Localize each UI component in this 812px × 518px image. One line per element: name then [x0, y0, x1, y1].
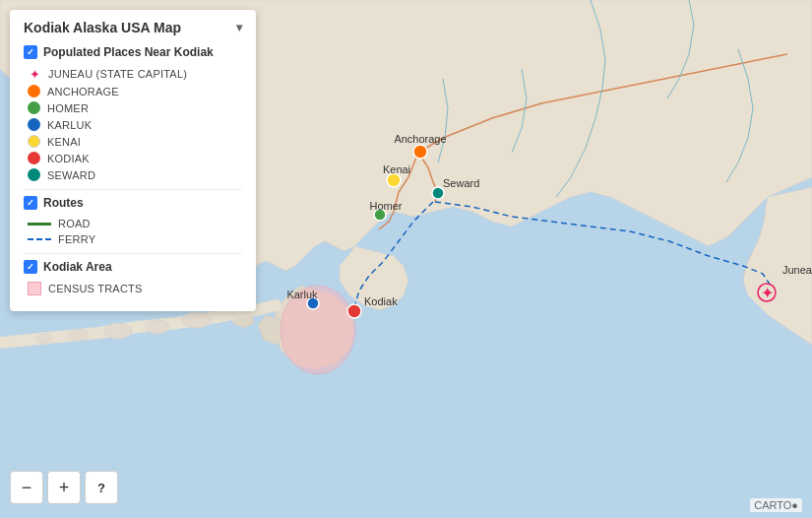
svg-text:Seward: Seward — [443, 177, 479, 189]
road-line-icon — [28, 223, 51, 226]
populated-places-checkbox[interactable] — [24, 45, 37, 59]
legend-title[interactable]: Kodiak Alaska USA Map ▾ — [24, 20, 242, 35]
svg-text:Kenai: Kenai — [383, 163, 410, 175]
juneau-label: JUNEAU (STATE CAPITAL) — [48, 68, 187, 80]
zoom-controls: − + ? — [10, 471, 118, 504]
svg-point-1 — [182, 312, 212, 328]
census-label: CENSUS TRACTS — [48, 283, 143, 294]
list-item: KENAI — [24, 133, 242, 150]
svg-point-12 — [347, 304, 361, 318]
svg-text:Kodiak: Kodiak — [364, 295, 398, 307]
kenai-label: KENAI — [47, 136, 81, 148]
kodiak-area-label: Kodiak Area — [43, 260, 112, 274]
kodiak-area-section-header[interactable]: Kodiak Area — [24, 260, 242, 274]
list-item: ✦ JUNEAU (STATE CAPITAL) — [24, 65, 242, 83]
attribution-text: CARTO● — [754, 499, 798, 511]
karluk-dot-icon — [28, 118, 40, 131]
ferry-line-icon — [28, 238, 51, 240]
list-item: KODIAK — [24, 150, 242, 166]
list-item: ANCHORAGE — [24, 83, 242, 99]
svg-point-5 — [36, 334, 52, 344]
list-item: SEWARD — [24, 166, 242, 183]
kodiak-dot-icon — [28, 152, 40, 164]
anchorage-label: ANCHORAGE — [47, 86, 119, 97]
svg-text:Karluk: Karluk — [286, 289, 318, 300]
homer-label: HOMER — [47, 102, 89, 114]
zoom-in-button[interactable]: + — [47, 471, 81, 504]
populated-places-section-header[interactable]: Populated Places Near Kodiak — [24, 45, 242, 59]
legend-panel: Kodiak Alaska USA Map ▾ Populated Places… — [10, 10, 256, 311]
svg-text:Anchorage: Anchorage — [394, 133, 446, 145]
populated-places-label: Populated Places Near Kodiak — [43, 45, 214, 59]
map-attribution: CARTO● — [750, 498, 802, 512]
kodiak-label: KODIAK — [47, 153, 90, 164]
homer-dot-icon — [28, 101, 40, 114]
svg-text:✦: ✦ — [761, 285, 774, 301]
svg-point-3 — [104, 323, 132, 339]
list-item: HOMER — [24, 99, 242, 116]
routes-label: Routes — [43, 196, 84, 210]
seward-dot-icon — [28, 168, 40, 181]
kodiak-area-checkbox[interactable] — [24, 260, 37, 274]
zoom-out-button[interactable]: − — [10, 471, 43, 504]
list-item: KARLUK — [24, 116, 242, 133]
karluk-label: KARLUK — [47, 119, 92, 131]
kenai-dot-icon — [28, 135, 40, 148]
svg-text:Juneau: Juneau — [782, 264, 812, 276]
road-route-item: ROAD — [24, 216, 242, 231]
road-label: ROAD — [58, 218, 91, 229]
juneau-star-icon: ✦ — [28, 67, 41, 81]
routes-section-header[interactable]: Routes — [24, 196, 242, 210]
census-tracts-item: CENSUS TRACTS — [24, 280, 242, 297]
routes-checkbox[interactable] — [24, 196, 37, 210]
zoom-help-button[interactable]: ? — [85, 471, 118, 504]
svg-point-8 — [387, 173, 401, 187]
ferry-label: FERRY — [58, 233, 95, 245]
svg-point-7 — [413, 145, 427, 159]
ferry-route-item: FERRY — [24, 231, 242, 247]
svg-point-2 — [146, 320, 169, 334]
svg-point-4 — [69, 329, 89, 341]
legend-title-text: Kodiak Alaska USA Map — [24, 20, 181, 35]
census-swatch-icon — [28, 282, 41, 295]
anchorage-dot-icon — [28, 85, 40, 97]
svg-text:Homer: Homer — [369, 200, 402, 212]
seward-label: SEWARD — [47, 169, 95, 181]
chevron-down-icon: ▾ — [236, 21, 242, 34]
